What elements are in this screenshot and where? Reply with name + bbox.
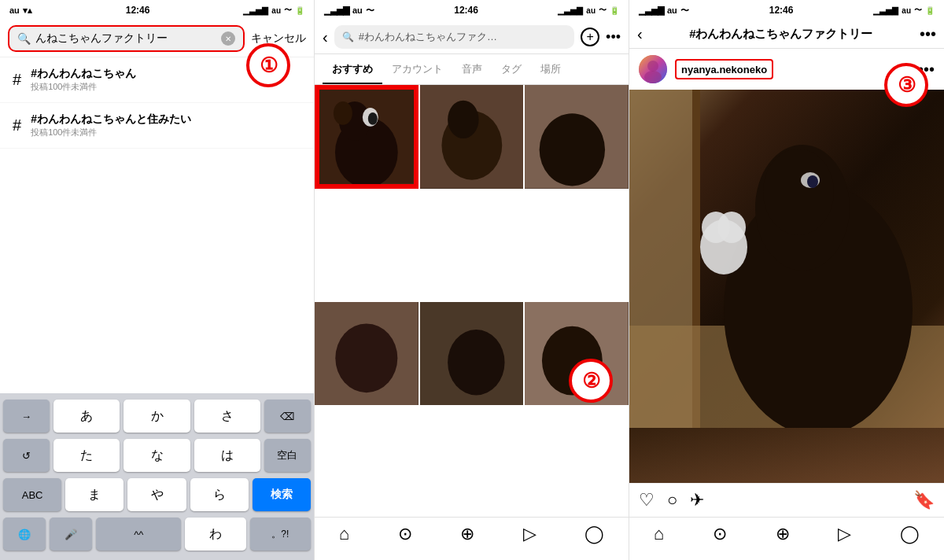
key-ra[interactable]: ら: [190, 478, 249, 511]
carrier-3: au: [667, 6, 677, 15]
key-backspace[interactable]: ⌫: [264, 400, 311, 433]
key-wa[interactable]: わ: [185, 518, 245, 551]
time-3: 12:46: [769, 5, 794, 16]
signal-3: ▁▃▅▇: [639, 6, 664, 16]
back-button-2[interactable]: ‹: [323, 28, 328, 46]
status-right-2: ▁▃▅▇ au 〜 🔋: [558, 5, 619, 16]
back-button-3[interactable]: ‹: [637, 25, 643, 43]
key-ta[interactable]: た: [53, 439, 120, 472]
grid-thumb-2[interactable]: [420, 85, 524, 189]
more-button-3[interactable]: •••: [920, 25, 936, 43]
status-left-3: ▁▃▅▇ au 〜: [639, 5, 689, 17]
nav-profile-3[interactable]: ◯: [900, 524, 920, 544]
tab-place[interactable]: 場所: [531, 54, 570, 84]
svg-point-14: [448, 330, 504, 395]
key-a[interactable]: あ: [53, 400, 120, 433]
battery-3: 🔋: [925, 6, 935, 15]
tab-tag[interactable]: タグ: [492, 54, 531, 84]
dog-svg-5: [420, 302, 524, 406]
status-left-1: au ▾▴: [9, 6, 32, 16]
panel2-header: ‹ 🔍 #わんわんねこちゃんファク… + •••: [315, 20, 629, 54]
like-button[interactable]: ♡: [639, 490, 655, 510]
key-na[interactable]: な: [124, 439, 190, 472]
svg-point-18: [647, 61, 658, 72]
nav-add-2[interactable]: ⊕: [460, 524, 474, 544]
wifi-3: 〜: [680, 5, 689, 17]
nav-add-3[interactable]: ⊕: [776, 524, 790, 544]
plus-circle-button[interactable]: +: [581, 28, 599, 46]
svg-point-28: [717, 212, 746, 243]
key-caret[interactable]: ^^: [96, 518, 181, 551]
step-circle-2: ②: [569, 359, 613, 403]
more-button-2[interactable]: •••: [606, 29, 621, 46]
dog-svg-4: [315, 302, 419, 406]
panel-post-view: ▁▃▅▇ au 〜 12:46 ▁▃▅▇ au 〜 🔋 ‹ #わんわんねこちゃん…: [629, 0, 944, 560]
search-box-2[interactable]: 🔍 #わんわんねこちゃんファク…: [334, 25, 574, 49]
grid-thumb-featured[interactable]: [315, 85, 419, 189]
hash-text-2: #わんわんねこちゃんと住みたい 投稿100件未満件: [31, 112, 191, 138]
status-right-1: ▁▃▅▇ au 〜 🔋: [243, 5, 304, 16]
avatar: [639, 55, 667, 83]
key-row-2: ↺ た な は 空白: [3, 439, 311, 472]
carrier-right-2: au: [586, 6, 596, 15]
hashtag-item-2[interactable]: # #わんわんねこちゃんと住みたい 投稿100件未満件: [0, 103, 314, 149]
key-ma[interactable]: ま: [65, 478, 124, 511]
bookmark-button[interactable]: 🔖: [913, 490, 935, 510]
key-ha[interactable]: は: [194, 439, 260, 472]
step-circle-3: ③: [884, 63, 928, 107]
time-2: 12:46: [454, 5, 478, 16]
svg-point-19: [644, 71, 662, 83]
nav-search-2[interactable]: ⊙: [398, 524, 412, 544]
key-space[interactable]: 空白: [264, 439, 311, 472]
svg-point-12: [335, 323, 397, 392]
nav-home-3[interactable]: ⌂: [654, 524, 664, 544]
carrier-2: au: [352, 6, 363, 15]
dog-svg-3: [525, 85, 629, 189]
grid-thumb-3[interactable]: [525, 85, 629, 189]
dog-svg-featured: [319, 90, 414, 184]
hash-text-1: #わんわんねこちゃん 投稿100件未満件: [31, 67, 136, 93]
tab-recommended[interactable]: おすすめ: [323, 54, 382, 84]
carrier-right-3: au: [902, 6, 911, 15]
key-punctuation[interactable]: 。?!: [250, 518, 311, 551]
grid-thumb-5[interactable]: [420, 302, 524, 406]
grid-image-2: [420, 85, 524, 189]
status-bar-2: ▁▃▅▇ au 〜 12:46 ▁▃▅▇ au 〜 🔋: [315, 0, 629, 20]
panel-search-input: au ▾▴ 12:46 ▁▃▅▇ au 〜 🔋 🔍 んねこちゃんファクトリー ✕…: [0, 0, 315, 560]
key-undo[interactable]: ↺: [3, 439, 50, 472]
nav-reels-2[interactable]: ▷: [523, 524, 537, 544]
tab-account[interactable]: アカウント: [382, 54, 452, 84]
key-ka[interactable]: か: [124, 400, 190, 433]
search-box: 🔍 んねこちゃんファクトリー ✕: [8, 25, 245, 52]
grid-thumb-4[interactable]: [315, 302, 419, 406]
panel-search-results: ▁▃▅▇ au 〜 12:46 ▁▃▅▇ au 〜 🔋 ‹ 🔍 #わんわんねこち…: [315, 0, 629, 560]
key-mic[interactable]: 🎤: [50, 518, 92, 551]
signal-right-3: ▁▃▅▇: [873, 6, 898, 15]
key-abc[interactable]: ABC: [3, 478, 61, 511]
nav-search-3[interactable]: ⊙: [713, 524, 727, 544]
nav-reels-3[interactable]: ▷: [838, 524, 851, 544]
nav-home-2[interactable]: ⌂: [339, 524, 349, 544]
keyboard: → あ か さ ⌫ ↺ た な は 空白 ABC ま や ら 検索 🌐 🎤 ^^…: [0, 393, 314, 560]
search-text-2: #わんわんねこちゃんファク…: [359, 30, 497, 44]
featured-image: [317, 87, 416, 186]
battery-icon-1: 🔋: [295, 6, 304, 15]
key-ya[interactable]: や: [127, 478, 186, 511]
tab-audio[interactable]: 音声: [452, 54, 492, 84]
svg-point-31: [807, 175, 818, 188]
panel3-header: ‹ #わんわんねこちゃんファクトリー •••: [629, 20, 944, 49]
comment-button[interactable]: ○: [667, 490, 677, 510]
search-icon: 🔍: [17, 32, 31, 45]
search-input[interactable]: んねこちゃんファクトリー: [35, 32, 216, 45]
key-search[interactable]: 検索: [253, 478, 311, 511]
key-arrow[interactable]: →: [3, 400, 50, 433]
share-button[interactable]: ✈: [690, 490, 704, 510]
key-sa[interactable]: さ: [194, 400, 260, 433]
cancel-button[interactable]: キャンセル: [251, 31, 306, 46]
nav-profile-2[interactable]: ◯: [584, 524, 604, 544]
clear-button[interactable]: ✕: [221, 31, 235, 46]
svg-point-10: [540, 113, 605, 186]
key-globe[interactable]: 🌐: [3, 518, 46, 551]
wifi-2: 〜: [366, 5, 374, 17]
search-icon-2: 🔍: [342, 31, 354, 42]
